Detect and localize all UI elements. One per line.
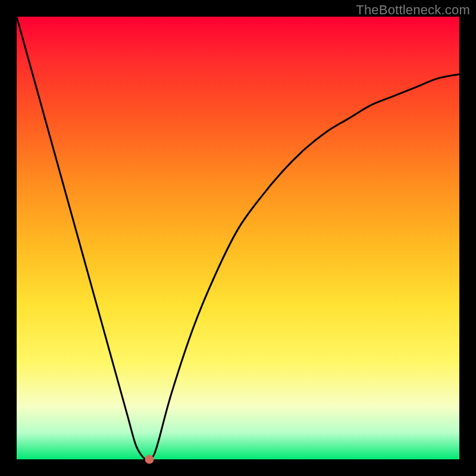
plot-area — [17, 17, 459, 459]
optimum-marker — [145, 455, 154, 464]
watermark-text: TheBottleneck.com — [356, 2, 470, 18]
chart-frame: TheBottleneck.com — [0, 0, 476, 476]
bottleneck-curve — [17, 17, 459, 459]
